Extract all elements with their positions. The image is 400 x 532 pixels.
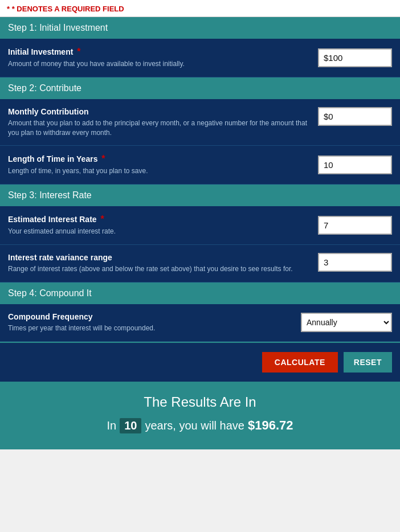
interest-variance-input[interactable] [318,253,392,272]
field-compound-frequency: Compound Frequency Times per year that i… [0,304,400,342]
field-initial-investment: Initial Investment * Amount of money tha… [0,39,400,77]
input-wrapper-initial-investment [318,48,392,67]
field-length-of-time: Length of Time in Years * Length of time… [0,146,400,185]
results-amount: $196.72 [248,418,293,433]
initial-investment-input[interactable] [318,48,392,67]
desc-interest-variance: Range of interest rates (above and below… [8,264,312,274]
step4-header: Step 4: Compound It [0,283,400,304]
buttons-row: CALCULATE RESET [0,342,400,382]
desc-length-of-time: Length of time, in years, that you plan … [8,166,312,176]
input-wrapper-monthly-contribution [318,107,392,126]
label-monthly-contribution: Monthly Contribution [8,107,312,116]
step3-header: Step 3: Interest Rate [0,185,400,206]
field-estimated-interest-rate: Estimated Interest Rate * Your estimated… [0,206,400,245]
label-estimated-interest-rate: Estimated Interest Rate * [8,214,312,224]
length-of-time-input[interactable] [318,155,392,174]
calculate-button[interactable]: CALCULATE [262,352,338,373]
desc-initial-investment: Amount of money that you have available … [8,59,312,69]
required-star-rate: * [101,214,104,224]
input-wrapper-length-of-time [318,155,392,174]
monthly-contribution-input[interactable] [318,107,392,126]
desc-compound-frequency: Times per year that interest will be com… [8,324,295,333]
required-star-time: * [101,154,105,163]
required-note-text: * DENOTES A REQUIRED FIELD [12,5,124,13]
desc-monthly-contribution: Amount that you plan to add to the princ… [8,118,312,138]
label-initial-investment: Initial Investment * [8,47,312,57]
field-interest-variance: Interest rate variance range Range of in… [0,245,400,283]
required-star-initial: * [77,47,80,56]
results-prefix: In [107,419,117,432]
input-wrapper-estimated-rate [318,216,392,235]
label-length-of-time: Length of Time in Years * [8,154,312,164]
results-line: In 10 years, you will have $196.72 [8,418,392,433]
step1-header: Step 1: Initial Investment [0,17,400,39]
required-star: * [7,5,10,13]
estimated-interest-rate-input[interactable] [318,216,392,235]
reset-button[interactable]: RESET [344,352,392,373]
results-title: The Results Are In [8,394,392,410]
results-years: 10 [120,418,141,433]
desc-estimated-interest-rate: Your estimated annual interest rate. [8,227,312,236]
results-section: The Results Are In In 10 years, you will… [0,382,400,449]
label-compound-frequency: Compound Frequency [8,312,295,321]
results-middle: years, you will have [145,419,244,432]
step2-header: Step 2: Contribute [0,77,400,99]
field-monthly-contribution: Monthly Contribution Amount that you pla… [0,99,400,146]
input-wrapper-compound-frequency: Annually Semi-Annually Quarterly Monthly… [301,313,392,332]
compound-frequency-select[interactable]: Annually Semi-Annually Quarterly Monthly… [301,313,392,332]
input-wrapper-interest-variance [318,253,392,272]
label-interest-variance: Interest rate variance range [8,253,312,262]
required-note: * * DENOTES A REQUIRED FIELD [0,0,400,17]
